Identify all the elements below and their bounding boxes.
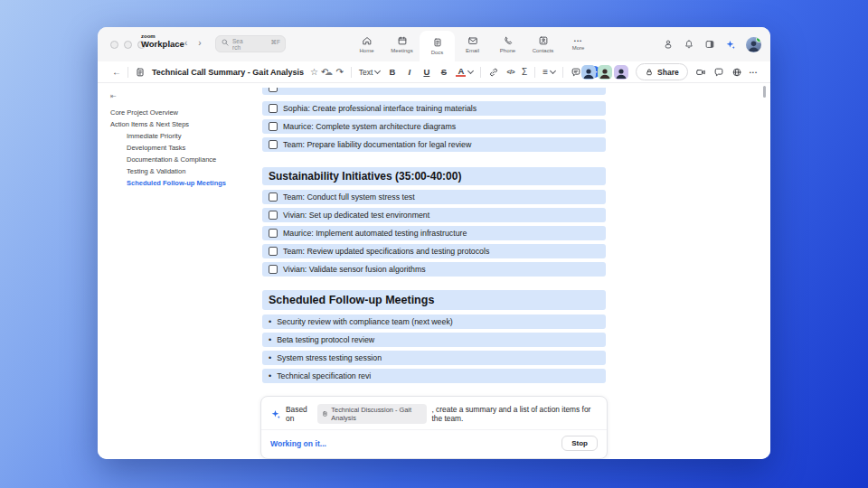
checklist-item[interactable]: Maurice: Complete system architecture di… bbox=[262, 119, 606, 134]
presence-dot bbox=[756, 37, 761, 42]
search-input[interactable]: Sea rch ⌘F bbox=[215, 35, 286, 52]
document-outline-sidebar: ⇤ Core Project Overview Action Items & N… bbox=[110, 92, 257, 189]
outline-item-development-tasks[interactable]: Development Tasks bbox=[110, 142, 257, 154]
collapse-outline-icon[interactable]: ⇤ bbox=[110, 92, 257, 100]
globe-language-button[interactable] bbox=[731, 67, 742, 78]
checklist-item-label: Sophia: Create professional interface tr… bbox=[283, 104, 476, 113]
bold-button[interactable]: B bbox=[387, 67, 397, 77]
code-button[interactable]: </> bbox=[506, 69, 514, 75]
document-toolbar: ← Technical Call Summary - Gait Analysis… bbox=[98, 61, 770, 83]
window-minimize-button[interactable] bbox=[124, 41, 132, 49]
checklist-item[interactable]: Team: Prepare liability documentation fo… bbox=[262, 137, 606, 152]
document-content: Sophia: Create professional interface tr… bbox=[262, 83, 606, 459]
comment-button[interactable] bbox=[571, 67, 581, 78]
nav-tab-meetings[interactable]: Meetings bbox=[384, 27, 420, 61]
nav-tab-more[interactable]: ••• More bbox=[561, 27, 596, 61]
outline-item-action-items[interactable]: Action Items & Next Steps bbox=[110, 118, 257, 130]
history-forward-button[interactable]: › bbox=[198, 38, 201, 48]
underline-button[interactable]: U bbox=[421, 67, 431, 77]
redo-button[interactable]: ↷ bbox=[335, 67, 343, 77]
bullet-item-label: System stress testing session bbox=[277, 353, 382, 362]
align-dropdown[interactable]: ≡ bbox=[542, 67, 555, 77]
checkbox[interactable] bbox=[269, 122, 278, 131]
profile-card-icon[interactable] bbox=[663, 39, 674, 50]
zoom-workplace-logo: zoom Workplace bbox=[141, 33, 184, 49]
nav-tab-contacts[interactable]: Contacts bbox=[525, 27, 561, 61]
video-camera-button[interactable] bbox=[695, 67, 706, 78]
bullet-item[interactable]: • Technical specification revi bbox=[262, 369, 606, 383]
nav-tab-docs[interactable]: Docs bbox=[420, 31, 455, 61]
bullet-item[interactable]: • Security review with compliance team (… bbox=[262, 314, 606, 329]
formula-button[interactable]: Σ bbox=[522, 67, 527, 77]
checkbox[interactable] bbox=[269, 229, 278, 238]
notifications-bell-icon[interactable] bbox=[684, 39, 694, 50]
collaborator-avatar[interactable] bbox=[614, 65, 628, 80]
collaborator-avatar[interactable] bbox=[598, 65, 612, 80]
checkbox[interactable] bbox=[269, 140, 278, 149]
section-heading-scheduled-meetings: Scheduled Follow-up Meetings bbox=[262, 290, 606, 310]
bullet-icon: • bbox=[269, 335, 271, 344]
prompt-suffix: , create a summary and a list of action … bbox=[431, 405, 598, 423]
nav-tab-phone[interactable]: Phone bbox=[490, 27, 525, 61]
bullet-item[interactable]: • Beta testing protocol review bbox=[262, 333, 606, 347]
ai-companion-sparkle-icon[interactable] bbox=[725, 39, 736, 50]
link-button[interactable] bbox=[488, 67, 499, 78]
window-close-button[interactable] bbox=[110, 41, 118, 49]
checkbox[interactable] bbox=[269, 104, 278, 113]
chevron-down-icon bbox=[550, 68, 556, 74]
bullet-icon: • bbox=[269, 317, 271, 326]
stop-button[interactable]: Stop bbox=[561, 436, 598, 451]
text-color-dropdown[interactable]: A bbox=[456, 67, 473, 77]
checkbox[interactable] bbox=[269, 211, 278, 220]
chat-button[interactable] bbox=[713, 67, 724, 78]
undo-button[interactable]: ↶ bbox=[321, 67, 328, 77]
chevron-down-icon bbox=[374, 68, 381, 74]
nav-tab-email[interactable]: Email bbox=[455, 27, 490, 61]
checkbox[interactable] bbox=[269, 88, 278, 92]
bullet-item[interactable]: • System stress testing session bbox=[262, 351, 606, 365]
outline-item-core-project-overview[interactable]: Core Project Overview bbox=[110, 107, 257, 118]
scrollbar-thumb[interactable] bbox=[763, 86, 766, 98]
bullet-icon: • bbox=[269, 353, 271, 362]
checklist-item[interactable]: Maurice: Implement automated testing inf… bbox=[262, 226, 606, 240]
checkbox[interactable] bbox=[269, 192, 278, 202]
share-button[interactable]: Share bbox=[636, 63, 688, 80]
bullet-item-label: Technical specification revi bbox=[277, 371, 371, 380]
text-style-dropdown[interactable]: Text bbox=[359, 68, 381, 77]
section-heading-sustainability: Sustainability Initiatives (35:00-40:00) bbox=[262, 167, 606, 185]
checklist-item-label: Maurice: Implement automated testing inf… bbox=[283, 229, 467, 238]
collaborator-avatar[interactable] bbox=[581, 65, 596, 80]
checklist-item-label: Team: Prepare liability documentation fo… bbox=[283, 140, 471, 149]
checkbox[interactable] bbox=[269, 265, 278, 274]
outline-item-immediate-priority[interactable]: Immediate Priority bbox=[110, 130, 257, 142]
ai-sparkle-icon bbox=[270, 408, 281, 419]
checklist-item[interactable]: Sophia: Create professional interface tr… bbox=[262, 101, 606, 116]
email-icon bbox=[467, 35, 478, 46]
strikethrough-button[interactable]: S bbox=[439, 67, 448, 77]
star-favorite-button[interactable]: ☆ bbox=[310, 67, 318, 77]
outline-item-scheduled-meetings[interactable]: Scheduled Follow-up Meetings bbox=[110, 177, 257, 189]
italic-button[interactable]: I bbox=[404, 67, 414, 77]
prompt-prefix: Based on bbox=[286, 405, 313, 423]
primary-nav: Home Meetings Docs Email Phone bbox=[349, 27, 596, 61]
history-back-button[interactable]: ‹ bbox=[184, 38, 187, 48]
lock-icon bbox=[645, 68, 654, 77]
checkbox[interactable] bbox=[269, 247, 278, 256]
user-avatar[interactable] bbox=[746, 37, 761, 52]
ai-companion-panel: Based on Technical Discussion - Gait Ana… bbox=[260, 396, 608, 459]
checklist-item[interactable]: Team: Review updated specifications and … bbox=[262, 244, 606, 258]
outline-item-testing-validation[interactable]: Testing & Validation bbox=[110, 165, 257, 177]
checklist-item[interactable]: Vivian: Validate sensor fusion algorithm… bbox=[262, 262, 606, 277]
checklist-item[interactable]: Team: Conduct full system stress test bbox=[262, 190, 606, 204]
back-button[interactable]: ← bbox=[112, 67, 121, 77]
more-dots-icon: ••• bbox=[574, 38, 582, 43]
source-doc-chip[interactable]: Technical Discussion - Gait Analysis bbox=[317, 404, 427, 424]
outline-item-documentation-compliance[interactable]: Documentation & Compliance bbox=[110, 154, 257, 165]
search-placeholder: Sea rch bbox=[232, 38, 243, 51]
person-icon bbox=[615, 67, 627, 80]
person-icon bbox=[599, 67, 611, 80]
nav-tab-home[interactable]: Home bbox=[349, 27, 384, 61]
side-panel-toggle-icon[interactable] bbox=[704, 39, 715, 50]
checklist-item[interactable]: Vivian: Set up dedicated test environmen… bbox=[262, 208, 606, 222]
more-options-button[interactable]: ••• bbox=[750, 70, 758, 75]
